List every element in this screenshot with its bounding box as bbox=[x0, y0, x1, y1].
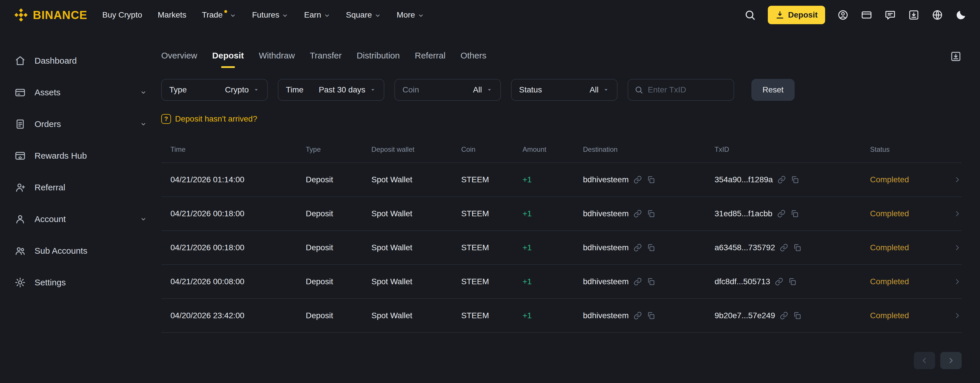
nav-item-square[interactable]: Square bbox=[346, 10, 381, 19]
chevron-right-icon[interactable] bbox=[953, 209, 962, 218]
deposit-row[interactable]: 04/21/2026 00:18:00DepositSpot WalletSTE… bbox=[161, 197, 962, 231]
external-link-icon[interactable] bbox=[775, 277, 783, 286]
copy-icon[interactable] bbox=[647, 277, 655, 286]
copy-icon[interactable] bbox=[788, 277, 797, 286]
tab-overview[interactable]: Overview bbox=[161, 51, 197, 68]
caret-down-icon bbox=[253, 86, 260, 93]
user-icon[interactable] bbox=[837, 9, 849, 21]
copy-icon[interactable] bbox=[791, 176, 799, 184]
history-tabs: OverviewDepositWithdrawTransferDistribut… bbox=[161, 51, 486, 68]
external-link-icon[interactable] bbox=[633, 311, 642, 320]
deposit-row[interactable]: 04/20/2026 23:42:00DepositSpot WalletSTE… bbox=[161, 299, 962, 333]
table-header-row: TimeTypeDeposit walletCoinAmountDestinat… bbox=[161, 137, 962, 163]
copy-icon[interactable] bbox=[793, 243, 802, 252]
next-page-button[interactable] bbox=[940, 352, 962, 369]
page-layout: DashboardAssetsOrdersRewards HubReferral… bbox=[0, 30, 980, 383]
external-link-icon[interactable] bbox=[780, 243, 788, 252]
external-link-icon[interactable] bbox=[633, 277, 642, 286]
tab-referral[interactable]: Referral bbox=[415, 51, 445, 68]
cell-txid: a63458...735792 bbox=[714, 243, 870, 252]
deposit-row[interactable]: 04/21/2026 00:08:00DepositSpot WalletSTE… bbox=[161, 265, 962, 299]
copy-icon[interactable] bbox=[790, 209, 799, 218]
nav-item-earn[interactable]: Earn bbox=[304, 10, 330, 19]
copy-icon[interactable] bbox=[647, 176, 655, 184]
deposit-button[interactable]: Deposit bbox=[768, 6, 825, 24]
tab-deposit[interactable]: Deposit bbox=[212, 51, 244, 68]
col-header-type: Type bbox=[306, 145, 371, 153]
deposit-help-link[interactable]: ? Deposit hasn't arrived? bbox=[161, 114, 258, 124]
destination-address: bdhivesteem bbox=[583, 175, 629, 184]
export-history-icon[interactable] bbox=[950, 51, 962, 62]
status-filter-dropdown[interactable]: Status All bbox=[511, 79, 617, 101]
copy-icon[interactable] bbox=[647, 311, 655, 320]
tabs-row: OverviewDepositWithdrawTransferDistribut… bbox=[161, 51, 962, 68]
wallet-icon[interactable] bbox=[861, 9, 872, 21]
txid-search-box[interactable] bbox=[628, 79, 734, 101]
copy-icon[interactable] bbox=[647, 209, 655, 218]
sidebar-item-sub-accounts[interactable]: Sub Accounts bbox=[0, 235, 161, 267]
chevron-right-icon[interactable] bbox=[953, 243, 962, 252]
deposit-row[interactable]: 04/21/2026 01:14:00DepositSpot WalletSTE… bbox=[161, 163, 962, 197]
filter-value: Past 30 days bbox=[319, 85, 365, 94]
sidebar-item-referral[interactable]: Referral bbox=[0, 172, 161, 203]
sidebar-item-label: Sub Accounts bbox=[35, 246, 87, 256]
search-icon[interactable] bbox=[744, 9, 756, 21]
tab-withdraw[interactable]: Withdraw bbox=[259, 51, 295, 68]
type-filter-dropdown[interactable]: Type Crypto bbox=[161, 79, 268, 101]
theme-moon-icon[interactable] bbox=[955, 9, 967, 21]
nav-item-trade[interactable]: Trade bbox=[202, 10, 236, 19]
txid-input[interactable] bbox=[648, 85, 727, 94]
cell-coin: STEEM bbox=[461, 243, 523, 252]
cell-destination: bdhivesteem bbox=[583, 311, 714, 320]
chevron-down-icon bbox=[140, 121, 147, 128]
sidebar-item-assets[interactable]: Assets bbox=[0, 77, 161, 108]
sidebar-item-account[interactable]: Account bbox=[0, 203, 161, 235]
external-link-icon[interactable] bbox=[633, 176, 642, 184]
sidebar-item-rewards-hub[interactable]: Rewards Hub bbox=[0, 140, 161, 172]
tab-others[interactable]: Others bbox=[460, 51, 486, 68]
time-filter-dropdown[interactable]: Time Past 30 days bbox=[278, 79, 384, 101]
nav-item-futures[interactable]: Futures bbox=[252, 10, 288, 19]
support-chat-icon[interactable] bbox=[885, 9, 896, 21]
chevron-right-icon[interactable] bbox=[953, 277, 962, 286]
coin-filter-dropdown[interactable]: Coin All bbox=[395, 79, 501, 101]
nav-item-more[interactable]: More bbox=[397, 10, 424, 19]
external-link-icon[interactable] bbox=[777, 176, 786, 184]
prev-page-button[interactable] bbox=[914, 352, 935, 369]
sidebar-item-dashboard[interactable]: Dashboard bbox=[0, 45, 161, 77]
txid-value: 9b20e7...57e249 bbox=[714, 311, 775, 320]
reset-button[interactable]: Reset bbox=[751, 79, 795, 101]
nav-item-label: Markets bbox=[158, 10, 186, 19]
tab-transfer[interactable]: Transfer bbox=[310, 51, 342, 68]
chevron-right-icon[interactable] bbox=[953, 176, 962, 184]
copy-icon[interactable] bbox=[793, 311, 802, 320]
deposit-row[interactable]: 04/21/2026 00:18:00DepositSpot WalletSTE… bbox=[161, 231, 962, 265]
deposit-history-table: TimeTypeDeposit walletCoinAmountDestinat… bbox=[161, 137, 962, 333]
nav-item-markets[interactable]: Markets bbox=[158, 10, 186, 19]
sidebar-item-settings[interactable]: Settings bbox=[0, 267, 161, 298]
chevron-down-icon bbox=[324, 12, 331, 19]
col-header-deposit-wallet: Deposit wallet bbox=[371, 145, 461, 153]
app-download-icon[interactable] bbox=[908, 9, 920, 21]
nav-item-buy-crypto[interactable]: Buy Crypto bbox=[102, 10, 142, 19]
tab-distribution[interactable]: Distribution bbox=[357, 51, 400, 68]
cell-coin: STEEM bbox=[461, 175, 523, 184]
external-link-icon[interactable] bbox=[633, 209, 642, 218]
sidebar-item-orders[interactable]: Orders bbox=[0, 108, 161, 140]
cell-status: Completed bbox=[870, 243, 942, 252]
chevron-right-icon[interactable] bbox=[953, 311, 962, 320]
binance-logo[interactable]: BINANCE bbox=[13, 7, 87, 23]
cell-destination: bdhivesteem bbox=[583, 277, 714, 286]
copy-icon[interactable] bbox=[647, 243, 655, 252]
external-link-icon[interactable] bbox=[777, 209, 786, 218]
chevron-down-icon bbox=[140, 216, 147, 223]
main-nav: Buy CryptoMarketsTradeFuturesEarnSquareM… bbox=[102, 10, 424, 19]
external-link-icon[interactable] bbox=[633, 243, 642, 252]
destination-address: bdhivesteem bbox=[583, 209, 629, 218]
globe-icon[interactable] bbox=[932, 9, 943, 21]
sub-accounts-icon bbox=[14, 245, 26, 257]
cell-txid: 9b20e7...57e249 bbox=[714, 311, 870, 320]
binance-logo-icon bbox=[13, 7, 29, 23]
external-link-icon[interactable] bbox=[780, 311, 788, 320]
cell-status: Completed bbox=[870, 311, 942, 320]
